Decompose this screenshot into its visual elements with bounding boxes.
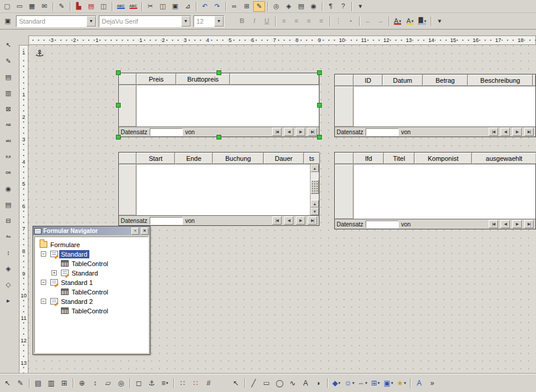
first-record-button[interactable]: |◀: [489, 220, 498, 228]
next-record-button[interactable]: ▶: [296, 216, 305, 225]
star-shapes-dropdown[interactable]: ▾: [404, 381, 406, 385]
column-header-bruttopreis[interactable]: Bruttopreis: [176, 73, 230, 85]
align-center[interactable]: ≡: [290, 16, 302, 27]
record-number-input[interactable]: [150, 128, 183, 136]
block-arrows-dropdown[interactable]: ▾: [365, 381, 367, 385]
zoom[interactable]: ◉: [308, 1, 319, 12]
paragraph-style-combo[interactable]: Standard ▼: [16, 15, 96, 27]
insert-table[interactable]: ⊞: [241, 1, 253, 12]
basic-shapes[interactable]: ◆▾: [330, 377, 343, 390]
formatted-field[interactable]: 0,0: [2, 151, 15, 163]
column-header-dauer[interactable]: Dauer: [264, 153, 304, 164]
hyperlink[interactable]: ∞: [228, 1, 240, 12]
next-record-button[interactable]: ▶: [512, 220, 522, 228]
new-document[interactable]: ▢: [1, 1, 13, 12]
table-body[interactable]: [335, 164, 535, 219]
star-shapes[interactable]: ★▾: [395, 377, 408, 390]
paragraph-style-dropdown[interactable]: ▼: [86, 16, 96, 27]
toolbar-overflow[interactable]: ▸: [2, 294, 15, 306]
titel-table-control[interactable]: lfdTitelKomponistausgewaehltDatensatzvon…: [334, 152, 536, 229]
select[interactable]: ↖: [230, 377, 242, 390]
alignment[interactable]: ≡▾: [159, 377, 171, 390]
column-header-beschreibung[interactable]: Beschreibung: [468, 74, 533, 86]
column-header-datum[interactable]: Datum: [383, 74, 423, 86]
previous-record-button[interactable]: ◀: [284, 128, 293, 136]
table-body[interactable]: [335, 86, 535, 127]
background-color[interactable]: ▉▾: [416, 16, 428, 27]
selection-handle[interactable]: [217, 70, 221, 75]
bold[interactable]: B: [236, 16, 248, 27]
row-selector-header[interactable]: [119, 73, 137, 85]
format-paintbrush[interactable]: ⊿: [182, 1, 193, 12]
selection-handle[interactable]: [116, 135, 121, 140]
fontwork-gallery[interactable]: A: [413, 377, 425, 390]
selection-handle[interactable]: [116, 103, 121, 108]
export-as-pdf[interactable]: ▙: [73, 1, 85, 12]
selection-handle[interactable]: [317, 70, 322, 75]
table-body[interactable]: [119, 85, 319, 127]
gallery[interactable]: ▤: [295, 1, 307, 12]
navigator[interactable]: ◈: [283, 1, 295, 12]
helplines-while-moving[interactable]: #: [202, 377, 215, 390]
control-properties[interactable]: ▤: [2, 71, 15, 83]
plus-expander-icon[interactable]: +: [51, 270, 57, 276]
callout-shapes[interactable]: ▣▾: [382, 377, 395, 390]
flowchart[interactable]: ⊞▾: [369, 377, 382, 390]
bullets-on-off[interactable]: •: [345, 16, 357, 27]
flowchart-dropdown[interactable]: ▾: [377, 381, 380, 385]
ellipse[interactable]: ◯: [273, 377, 286, 390]
column-header-komponist[interactable]: Komponist: [415, 153, 472, 164]
column-header-ende[interactable]: Ende: [175, 153, 213, 164]
basic-shapes-dropdown[interactable]: ▾: [338, 381, 341, 385]
alignment-dropdown[interactable]: ▾: [166, 381, 169, 385]
scroll-up-icon[interactable]: ▲: [311, 164, 319, 172]
scrollbar-track[interactable]: [311, 172, 319, 200]
selection-handle[interactable]: [116, 70, 121, 75]
previous-record-button[interactable]: ◀: [501, 128, 510, 136]
design-mode-on-off[interactable]: ✎: [14, 377, 27, 390]
rectangle[interactable]: ▭: [260, 377, 273, 390]
form-navigator-window[interactable]: Formular Navigator ▫ × Formulare−Standar…: [33, 226, 150, 355]
navigator-titlebar[interactable]: Formular Navigator ▫ ×: [33, 226, 150, 235]
display-grid[interactable]: ∷: [176, 377, 189, 390]
auto-spellcheck[interactable]: ABC: [127, 1, 139, 12]
scroll-up-icon-2[interactable]: ▲: [311, 200, 319, 208]
last-record-button[interactable]: ▶|: [308, 128, 317, 136]
check-box[interactable]: ⊠: [2, 103, 15, 115]
align-right[interactable]: ≡: [303, 16, 315, 27]
vertical-ruler[interactable]: 112345678910111213: [19, 45, 28, 374]
last-record-button[interactable]: ▶|: [524, 128, 534, 136]
activation-order[interactable]: ↕: [89, 377, 101, 390]
selection-handle[interactable]: [217, 135, 221, 140]
preis-table-control[interactable]: PreisBruttopreisDatensatzvon|◀◀▶▶|: [118, 73, 319, 137]
open-document[interactable]: ▭: [14, 1, 25, 12]
callouts[interactable]: ◗: [312, 377, 325, 390]
select[interactable]: ↖: [2, 39, 15, 51]
freeform-line[interactable]: ∿: [286, 377, 299, 390]
toolbar-options[interactable]: ▾: [354, 1, 366, 12]
tree-item-standard-1[interactable]: −Standard 1: [36, 278, 147, 287]
underline[interactable]: U: [261, 16, 273, 27]
scroll-down-icon[interactable]: ▼: [311, 208, 319, 215]
scrollbar-thumb[interactable]: [311, 180, 319, 194]
row-selector-header[interactable]: [335, 74, 354, 86]
tree-item-tablecontrol[interactable]: TableControl: [36, 287, 147, 297]
column-header-buchung[interactable]: Buchung: [213, 153, 264, 164]
column-header-preis[interactable]: Preis: [137, 73, 176, 85]
toolbar-options[interactable]: ▾: [434, 16, 445, 27]
symbol-shapes-dropdown[interactable]: ▾: [352, 381, 354, 385]
text-box[interactable]: ab|: [2, 135, 15, 147]
tree-item-standard-2[interactable]: −Standard 2: [36, 297, 147, 306]
row-selector-header[interactable]: [119, 153, 137, 164]
spellcheck[interactable]: ABC: [115, 1, 127, 12]
float-button[interactable]: ▫: [131, 228, 139, 235]
italic[interactable]: I: [248, 16, 260, 27]
column-header-ausgewaehlt[interactable]: ausgewaehlt: [472, 153, 536, 164]
label-field[interactable]: AB: [2, 119, 15, 131]
wizards-on-off[interactable]: ◇: [2, 278, 15, 290]
column-header-id[interactable]: ID: [354, 74, 383, 86]
automatic-control-focus[interactable]: ◎: [115, 377, 127, 390]
record-number-input[interactable]: [366, 221, 399, 228]
change-anchor[interactable]: ⚓: [146, 377, 158, 390]
form-navigator[interactable]: ⊞: [58, 377, 70, 390]
